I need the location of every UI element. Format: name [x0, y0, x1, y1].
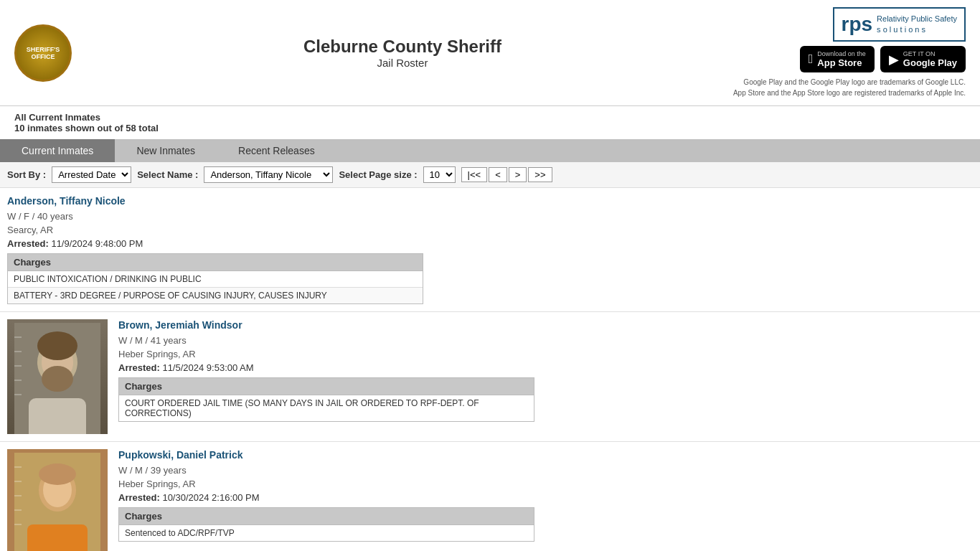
inmate-list: Anderson, Tiffany Nicole W / F / 40 year… [0, 188, 980, 551]
inmate-location-3: Heber Springs, AR [118, 479, 973, 489]
rps-full-name: Relativity Public Safetys o l u t i o n … [877, 14, 957, 36]
mugshot-silhouette-3 [14, 453, 100, 551]
svg-point-10 [37, 331, 77, 360]
app-store-button[interactable]:  Download on the App Store [800, 46, 875, 72]
list-item: COURT ORDERED JAIL TIME (SO MANY DAYS IN… [119, 395, 534, 421]
page-subtitle: Jail Roster [72, 57, 733, 69]
page-header: SHERIFF'S OFFICE Cleburne County Sheriff… [0, 0, 980, 106]
list-item: BATTERY - 3RD DEGREE / PURPOSE OF CAUSIN… [8, 288, 423, 303]
nav-tabs: Current Inmates New Inmates Recent Relea… [0, 139, 980, 162]
google-play-icon: ▶ [889, 52, 899, 67]
inmate-arrested-1: Arrested: 11/9/2024 9:48:00 PM [7, 238, 973, 249]
table-row: Brown, Jeremiah Windsor W / M / 41 years… [0, 312, 980, 442]
list-item: PUBLIC INTOXICATION / DRINKING IN PUBLIC [8, 271, 423, 288]
inmate-name-1[interactable]: Anderson, Tiffany Nicole [7, 195, 973, 207]
last-page-button[interactable]: >> [528, 167, 552, 182]
inmate-demographics-1: W / F / 40 years [7, 211, 973, 222]
google-play-button[interactable]: ▶ GET IT ON Google Play [880, 46, 966, 72]
inmate-info-3: Pupkowski, Daniel Patrick W / M / 39 yea… [118, 449, 973, 542]
page-title: Cleburne County Sheriff [72, 37, 733, 57]
sheriff-badge: SHERIFF'S OFFICE [14, 24, 72, 82]
page-size-label: Select Page size : [339, 169, 417, 180]
inmate-info-2: Brown, Jeremiah Windsor W / M / 41 years… [118, 319, 973, 422]
next-page-button[interactable]: > [509, 167, 527, 182]
mugshot-silhouette-2 [14, 323, 100, 434]
charges-header-3: Charges [119, 508, 534, 525]
table-row: Pupkowski, Daniel Patrick W / M / 39 yea… [0, 442, 980, 551]
inmate-name-2[interactable]: Brown, Jeremiah Windsor [118, 319, 973, 331]
charges-header-1: Charges [8, 254, 423, 271]
table-row: Anderson, Tiffany Nicole W / F / 40 year… [0, 188, 980, 312]
charges-table-2: Charges COURT ORDERED JAIL TIME (SO MANY… [118, 377, 534, 422]
inmate-arrested-3: Arrested: 10/30/2024 2:16:00 PM [118, 492, 973, 503]
inmate-name-3[interactable]: Pupkowski, Daniel Patrick [118, 449, 973, 461]
app-buttons-container:  Download on the App Store ▶ GET IT ON … [800, 46, 966, 72]
app-store-sub-label: Download on the [817, 50, 866, 57]
first-page-button[interactable]: |<< [461, 167, 488, 182]
tab-new-inmates[interactable]: New Inmates [115, 139, 217, 162]
inmate-count-line1: All Current Inmates [14, 112, 966, 123]
inmate-photo-2 [7, 319, 108, 434]
apple-icon:  [809, 52, 814, 67]
google-play-main-label: Google Play [903, 57, 957, 68]
header-center: Cleburne County Sheriff Jail Roster [72, 37, 733, 69]
select-name-label: Select Name : [137, 169, 198, 180]
prev-page-button[interactable]: < [489, 167, 507, 182]
sort-by-label: Sort By : [7, 169, 46, 180]
svg-rect-9 [29, 398, 86, 434]
sort-bar: Sort By : Arrested Date Name Select Name… [0, 162, 980, 188]
list-item: Sentenced to ADC/RPF/TVP [119, 525, 534, 541]
rps-abbr: rps [842, 13, 873, 36]
rps-logo: rps Relativity Public Safetys o l u t i … [833, 7, 966, 42]
svg-rect-20 [27, 524, 88, 551]
inmate-demographics-3: W / M / 39 years [118, 465, 973, 476]
inmate-arrested-2: Arrested: 11/5/2024 9:53:00 AM [118, 362, 973, 373]
tab-recent-releases[interactable]: Recent Releases [217, 139, 336, 162]
app-store-main-label: App Store [817, 57, 866, 68]
inmate-demographics-2: W / M / 41 years [118, 335, 973, 346]
tab-current-inmates[interactable]: Current Inmates [0, 139, 115, 162]
header-right: rps Relativity Public Safetys o l u t i … [733, 7, 966, 98]
inmate-count: All Current Inmates 10 inmates shown out… [0, 106, 980, 139]
sort-by-select[interactable]: Arrested Date Name [52, 166, 131, 183]
select-name-select[interactable]: Anderson, Tiffany Nicole Brown, Jeremiah… [204, 166, 333, 183]
inmate-photo-3 [7, 449, 108, 551]
charges-table-3: Charges Sentenced to ADC/RPF/TVP [118, 507, 534, 542]
charges-table-1: Charges PUBLIC INTOXICATION / DRINKING I… [7, 253, 423, 304]
trademark-text: Google Play and the Google Play logo are… [733, 77, 966, 98]
inmate-location-2: Heber Springs, AR [118, 349, 973, 359]
svg-point-8 [42, 366, 73, 392]
inmate-location-1: Searcy, AR [7, 225, 973, 235]
inmate-info-1: Anderson, Tiffany Nicole W / F / 40 year… [7, 195, 973, 304]
google-play-sub-label: GET IT ON [903, 50, 957, 57]
badge-text: SHERIFF'S OFFICE [17, 46, 70, 60]
svg-point-19 [39, 463, 76, 485]
pagination: |<< < > >> [461, 167, 552, 182]
charges-header-2: Charges [119, 378, 534, 395]
page-size-select[interactable]: 10 25 50 [423, 166, 456, 183]
inmate-count-line2: 10 inmates shown out of 58 total [14, 123, 966, 133]
